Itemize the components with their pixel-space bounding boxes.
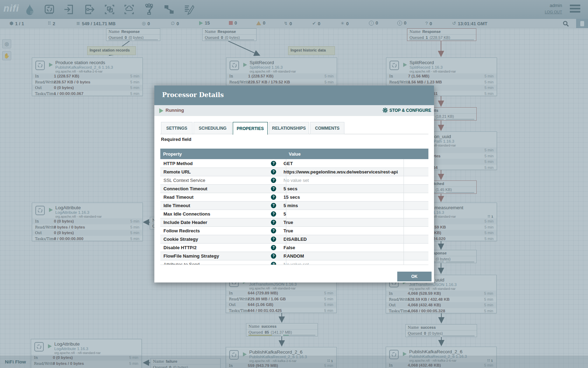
running-status-text: Running	[166, 108, 184, 113]
processor-details-dialog: Processor Details Running STOP & CONFIGU…	[154, 86, 434, 282]
dialog-header: Processor Details	[154, 86, 434, 105]
property-row[interactable]: Connection Timeout?5 secs	[160, 184, 428, 193]
stop-and-configure-label: STOP & CONFIGURE	[389, 108, 431, 113]
running-status-icon	[159, 108, 163, 113]
help-icon[interactable]: ?	[271, 220, 276, 225]
property-row[interactable]: Remote URL?https://www.pegelonline.wsv.d…	[160, 168, 428, 176]
help-icon[interactable]: ?	[271, 169, 276, 175]
table-body: HTTP Method?GET Remote URL?https://www.p…	[160, 159, 428, 265]
property-row[interactable]: Follow Redirects?True	[160, 226, 428, 235]
help-icon[interactable]: ?	[271, 203, 276, 208]
tab-relationships[interactable]: RELATIONSHIPS	[269, 122, 309, 134]
help-icon[interactable]: ?	[271, 228, 276, 233]
property-row[interactable]: Attributes to Send?No value set	[160, 260, 428, 265]
tab-settings[interactable]: SETTINGS	[161, 122, 192, 134]
property-row[interactable]: Max Idle Connections?5	[160, 210, 428, 218]
help-icon[interactable]: ?	[271, 262, 276, 265]
stop-and-configure-button[interactable]: STOP & CONFIGURE	[383, 108, 431, 113]
help-icon[interactable]: ?	[271, 245, 276, 250]
column-divider	[404, 159, 404, 265]
gear-icon	[383, 108, 388, 113]
tab-properties[interactable]: PROPERTIES	[233, 122, 268, 135]
help-icon[interactable]: ?	[271, 253, 276, 259]
tab-scheduling[interactable]: SCHEDULING	[194, 122, 232, 134]
help-icon[interactable]: ?	[271, 178, 276, 183]
help-icon[interactable]: ?	[271, 195, 276, 200]
run-status-bar: Running STOP & CONFIGURE	[154, 105, 434, 116]
nifi-application: Ingest station records Ingest historic d…	[0, 0, 588, 368]
help-icon[interactable]: ?	[271, 237, 276, 242]
property-row[interactable]: SSL Context Service?No value set	[160, 176, 428, 184]
property-row[interactable]: Idle Timeout?5 mins	[160, 201, 428, 210]
ok-button[interactable]: OK	[397, 272, 432, 281]
tab-comments[interactable]: COMMENTS	[310, 122, 344, 134]
column-divider	[286, 159, 286, 265]
dialog-title: Processor Details	[162, 91, 224, 98]
dialog-tabs: SETTINGS SCHEDULING PROPERTIES RELATIONS…	[161, 122, 344, 135]
properties-table: Property Value HTTP Method?GET Remote UR…	[160, 149, 428, 265]
property-row[interactable]: Cookie Strategy?DISABLED	[160, 235, 428, 243]
required-field-label: Required field	[161, 137, 191, 142]
property-row[interactable]: Disable HTTP/2?False	[160, 243, 428, 252]
property-row[interactable]: Include Date Header?True	[160, 218, 428, 226]
value-column-header: Value	[286, 151, 301, 157]
property-row[interactable]: HTTP Method?GET	[160, 159, 428, 168]
table-header: Property Value	[160, 149, 428, 159]
property-column-header: Property	[160, 151, 286, 157]
help-icon[interactable]: ?	[271, 211, 276, 217]
property-row[interactable]: Read Timeout?15 secs	[160, 193, 428, 201]
help-icon[interactable]: ?	[271, 161, 276, 166]
property-row[interactable]: FlowFile Naming Strategy?RANDOM	[160, 252, 428, 260]
help-icon[interactable]: ?	[271, 186, 276, 191]
